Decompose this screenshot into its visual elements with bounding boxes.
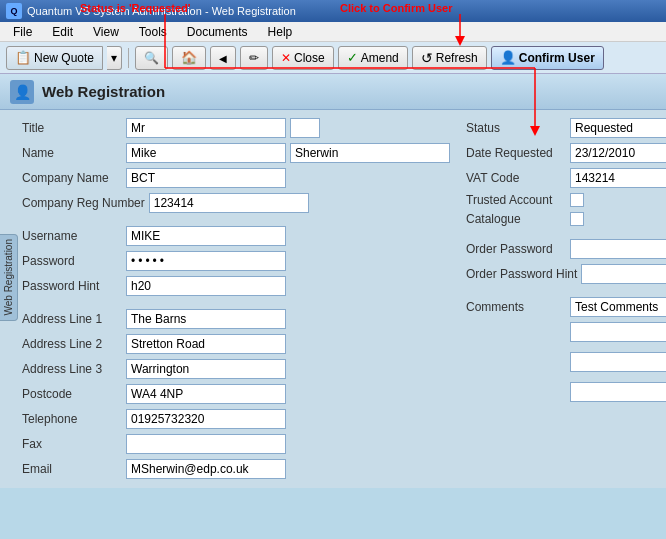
fax-label: Fax xyxy=(22,437,122,451)
menu-tools[interactable]: Tools xyxy=(130,23,176,41)
comments-row-2 xyxy=(466,322,666,347)
x-icon xyxy=(281,51,291,65)
order-password-hint-row: Order Password Hint xyxy=(466,264,666,284)
menu-file[interactable]: File xyxy=(4,23,41,41)
order-password-input[interactable] xyxy=(570,239,666,259)
address3-input[interactable] xyxy=(126,359,286,379)
telephone-input[interactable] xyxy=(126,409,286,429)
comments-label: Comments xyxy=(466,300,566,314)
comments-input-2[interactable] xyxy=(570,322,666,342)
close-button[interactable]: Close xyxy=(272,46,334,70)
username-label: Username xyxy=(22,229,122,243)
section-gap-1 xyxy=(22,218,450,226)
date-field: ▾ xyxy=(570,143,666,163)
order-password-hint-input[interactable] xyxy=(581,264,666,284)
company-name-input[interactable] xyxy=(126,168,286,188)
catalogue-checkbox[interactable] xyxy=(570,212,584,226)
separator-1 xyxy=(128,48,129,68)
status-row: Status xyxy=(466,118,666,138)
new-quote-dropdown[interactable]: ▾ xyxy=(107,46,122,70)
trusted-account-checkbox[interactable] xyxy=(570,193,584,207)
app-window: Status is 'Requested' Click to Confirm U… xyxy=(0,0,666,539)
address1-label: Address Line 1 xyxy=(22,312,122,326)
vat-code-input[interactable] xyxy=(570,168,666,188)
comments-input-4[interactable] xyxy=(570,382,666,402)
back-button[interactable] xyxy=(210,46,236,70)
toolbar: New Quote ▾ Close Amend Refresh xyxy=(0,42,666,74)
vat-code-label: VAT Code xyxy=(466,171,566,185)
app-icon: Q xyxy=(6,3,22,19)
fax-row: Fax xyxy=(22,434,450,454)
postcode-label: Postcode xyxy=(22,387,122,401)
section-gap-2 xyxy=(22,301,450,309)
amend-button[interactable]: Amend xyxy=(338,46,408,70)
postcode-input[interactable] xyxy=(126,384,286,404)
title-input[interactable] xyxy=(126,118,286,138)
status-label: Status xyxy=(466,121,566,135)
catalogue-row: Catalogue xyxy=(466,212,666,226)
email-input[interactable] xyxy=(126,459,286,479)
form-header-icon: 👤 xyxy=(10,80,34,104)
fax-input[interactable] xyxy=(126,434,286,454)
menu-edit[interactable]: Edit xyxy=(43,23,82,41)
title-label: Title xyxy=(22,121,122,135)
address2-row: Address Line 2 xyxy=(22,334,450,354)
password-label: Password xyxy=(22,254,122,268)
confirm-user-button[interactable]: Confirm User xyxy=(491,46,604,70)
company-name-label: Company Name xyxy=(22,171,122,185)
order-password-row: Order Password xyxy=(466,239,666,259)
telephone-row: Telephone xyxy=(22,409,450,429)
title-spacer xyxy=(290,118,320,138)
username-input[interactable] xyxy=(126,226,286,246)
telephone-label: Telephone xyxy=(22,412,122,426)
search-icon xyxy=(144,51,159,65)
comments-input[interactable] xyxy=(570,297,666,317)
name-label: Name xyxy=(22,146,122,160)
first-name-input[interactable] xyxy=(126,143,286,163)
left-tab[interactable]: Web Registration xyxy=(0,234,18,321)
pencil-button[interactable] xyxy=(240,46,268,70)
address3-row: Address Line 3 xyxy=(22,359,450,379)
password-input[interactable] xyxy=(126,251,286,271)
date-requested-input[interactable] xyxy=(570,143,666,163)
status-input[interactable] xyxy=(570,118,666,138)
password-hint-row: Password Hint xyxy=(22,276,450,296)
last-name-input[interactable] xyxy=(290,143,450,163)
postcode-row: Postcode xyxy=(22,384,450,404)
refresh-button[interactable]: Refresh xyxy=(412,46,487,70)
close-label: Close xyxy=(294,51,325,65)
left-column: Title Name Company Name Company Re xyxy=(22,118,458,484)
menu-view[interactable]: View xyxy=(84,23,128,41)
order-password-label: Order Password xyxy=(466,242,566,256)
search-button[interactable] xyxy=(135,46,168,70)
password-hint-label: Password Hint xyxy=(22,279,122,293)
back-icon xyxy=(219,51,227,65)
section-gap-3 xyxy=(466,231,666,239)
confirm-user-icon xyxy=(500,50,516,65)
date-requested-label: Date Requested xyxy=(466,146,566,160)
confirm-user-label: Confirm User xyxy=(519,51,595,65)
comments-input-3[interactable] xyxy=(570,352,666,372)
form-body: Title Name Company Name Company Re xyxy=(0,110,666,488)
amend-label: Amend xyxy=(361,51,399,65)
company-reg-label: Company Reg Number xyxy=(22,196,145,210)
title-bar-text: Quantum VS System Administration - Web R… xyxy=(27,5,296,17)
home-button[interactable] xyxy=(172,46,206,70)
address2-input[interactable] xyxy=(126,334,286,354)
address2-label: Address Line 2 xyxy=(22,337,122,351)
company-reg-input[interactable] xyxy=(149,193,309,213)
new-quote-button[interactable]: New Quote xyxy=(6,46,103,70)
name-row: Name xyxy=(22,143,450,163)
menu-documents[interactable]: Documents xyxy=(178,23,257,41)
new-quote-icon xyxy=(15,50,31,65)
company-name-row: Company Name xyxy=(22,168,450,188)
password-hint-input[interactable] xyxy=(126,276,286,296)
home-icon xyxy=(181,50,197,65)
menu-bar: File Edit View Tools Documents Help xyxy=(0,22,666,42)
address1-input[interactable] xyxy=(126,309,286,329)
comments-row-4 xyxy=(466,382,666,407)
left-tab-label: Web Registration xyxy=(3,239,14,316)
trusted-account-label: Trusted Account xyxy=(466,193,566,207)
menu-help[interactable]: Help xyxy=(259,23,302,41)
section-gap-4 xyxy=(466,289,666,297)
